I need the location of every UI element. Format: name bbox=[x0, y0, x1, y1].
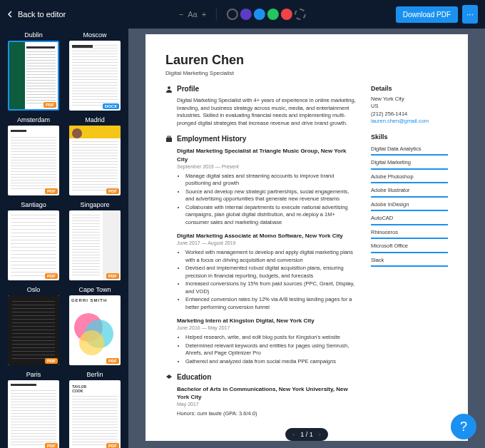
job-date: June 2016 — May 2017 bbox=[177, 325, 358, 332]
job-date: June 2017 — August 2019 bbox=[177, 240, 358, 247]
job-entry: Digital Marketing Associate at Momo Soft… bbox=[165, 232, 358, 311]
profile-icon bbox=[165, 86, 173, 93]
resume-page: Lauren Chen Digital Marketing Specialist… bbox=[146, 34, 468, 441]
job-bullet: Determined relevant keywords and entitie… bbox=[185, 342, 358, 357]
template-item[interactable]: SingaporePDF bbox=[67, 201, 123, 280]
template-badge: PDF bbox=[45, 273, 58, 279]
education-honors: Honors: cum laude (GPA: 3.6/4.0) bbox=[177, 410, 358, 418]
skill-item: Slack bbox=[371, 255, 448, 268]
template-label: Santiago bbox=[21, 201, 46, 208]
template-label: Moscow bbox=[83, 31, 106, 39]
color-swatch-none[interactable] bbox=[227, 9, 238, 20]
template-sidebar[interactable]: DublinPDFMoscowDOCXAmsterdamPDFMadridPDF… bbox=[0, 29, 128, 448]
template-thumb[interactable]: PDF bbox=[8, 380, 59, 448]
skill-item: Digital Marketing bbox=[371, 158, 448, 170]
job-date: September 2019 — Present bbox=[177, 163, 358, 170]
svg-point-0 bbox=[168, 86, 170, 89]
color-swatches bbox=[227, 9, 306, 20]
template-label: Dublin bbox=[24, 31, 43, 39]
top-center-controls: − Aa + bbox=[179, 8, 306, 21]
details-email: lauren.chen@gmail.com bbox=[371, 118, 448, 126]
template-label: Oslo bbox=[27, 286, 41, 293]
job-bullet: Devised and implemented robust digital a… bbox=[185, 265, 358, 280]
template-thumb[interactable]: TAYLORCOOKPDF bbox=[69, 380, 121, 448]
color-swatch[interactable] bbox=[240, 9, 252, 20]
template-thumb[interactable]: GERRI SMITHPDF bbox=[69, 295, 121, 365]
template-item[interactable]: ParisPDF bbox=[6, 371, 61, 448]
template-badge: PDF bbox=[45, 443, 58, 448]
template-label: Madrid bbox=[85, 116, 105, 123]
job-bullet: Collaborate with internal departments to… bbox=[185, 204, 358, 227]
font-increase-button[interactable]: + bbox=[202, 10, 206, 19]
topbar: Back to editor − Aa + Download PDF ··· bbox=[0, 0, 485, 29]
template-label: Paris bbox=[26, 371, 41, 378]
resume-name: Lauren Chen bbox=[165, 51, 448, 69]
profile-heading: Profile bbox=[165, 84, 358, 94]
profile-text: Digital Marketing Specialist with 4+ yea… bbox=[165, 97, 358, 127]
job-bullet: Manage digital sales and streaming accou… bbox=[185, 173, 358, 188]
color-swatch[interactable] bbox=[281, 9, 292, 20]
font-size-label: Aa bbox=[188, 10, 197, 19]
job-entry: Marketing Intern at Kingston Digital, Ne… bbox=[165, 317, 358, 365]
color-swatch-custom[interactable] bbox=[295, 9, 306, 20]
canvas: Lauren Chen Digital Marketing Specialist… bbox=[128, 29, 485, 448]
education-heading: Education bbox=[165, 372, 358, 382]
template-thumb[interactable]: PDF bbox=[8, 210, 59, 280]
template-badge: PDF bbox=[45, 358, 58, 364]
template-badge: PDF bbox=[106, 273, 119, 279]
template-thumb[interactable]: PDF bbox=[69, 126, 121, 195]
pager-label: 1 / 1 bbox=[300, 431, 313, 438]
skill-item: Adobe InDesign bbox=[371, 200, 448, 212]
template-thumb[interactable]: DOCX bbox=[69, 41, 121, 111]
template-item[interactable]: AmsterdamPDF bbox=[6, 116, 61, 195]
pager: ‹ 1 / 1 › bbox=[285, 428, 328, 441]
more-button[interactable]: ··· bbox=[462, 5, 478, 24]
template-item[interactable]: SantiagoPDF bbox=[6, 201, 61, 280]
template-badge: PDF bbox=[45, 188, 58, 194]
skill-item: Adobe Photoshop bbox=[371, 172, 448, 184]
template-badge: PDF bbox=[106, 358, 119, 364]
template-item[interactable]: MadridPDF bbox=[67, 116, 123, 195]
svg-rect-2 bbox=[168, 136, 170, 138]
template-item[interactable]: OsloPDF bbox=[6, 286, 61, 365]
pager-next-button[interactable]: › bbox=[319, 431, 321, 438]
main: DublinPDFMoscowDOCXAmsterdamPDFMadridPDF… bbox=[0, 29, 485, 448]
help-button[interactable]: ? bbox=[451, 414, 476, 439]
education-date: May 2017 bbox=[177, 401, 358, 408]
details-phone: (212) 256-1414 bbox=[371, 111, 448, 118]
template-item[interactable]: Cape TownGERRI SMITHPDF bbox=[67, 286, 123, 365]
template-thumb[interactable]: PDF bbox=[69, 210, 121, 280]
template-label: Cape Town bbox=[79, 286, 111, 293]
template-badge: PDF bbox=[44, 102, 56, 108]
job-bullet: Gathered and analyzed data from social m… bbox=[185, 358, 358, 366]
font-size-controls: − Aa + bbox=[179, 10, 206, 19]
details-city: New York City bbox=[371, 96, 448, 103]
job-title: Digital Marketing Associate at Momo Soft… bbox=[177, 232, 358, 240]
job-bullet: Worked with management to develop and ap… bbox=[185, 249, 358, 264]
template-item[interactable]: MoscowDOCX bbox=[67, 31, 123, 111]
color-swatch[interactable] bbox=[254, 9, 265, 20]
job-entry: Digital Marketing Specialist at Triangle… bbox=[165, 147, 358, 226]
divider bbox=[216, 8, 217, 21]
skills-heading: Skills bbox=[371, 133, 448, 142]
pager-prev-button[interactable]: ‹ bbox=[292, 431, 295, 438]
back-label: Back to editor bbox=[18, 10, 66, 19]
job-bullet: Source and develop new strategic partner… bbox=[185, 188, 358, 203]
template-thumb[interactable]: PDF bbox=[8, 295, 59, 365]
color-swatch[interactable] bbox=[267, 9, 279, 20]
skill-item: Rhinoceros bbox=[371, 228, 448, 240]
template-item[interactable]: DublinPDF bbox=[6, 31, 61, 111]
download-pdf-button[interactable]: Download PDF bbox=[396, 6, 458, 23]
education-icon bbox=[165, 374, 173, 381]
template-item[interactable]: BerlinTAYLORCOOKPDF bbox=[67, 371, 123, 448]
education-title: Bachelor of Arts in Communications, New … bbox=[177, 385, 358, 401]
back-button[interactable]: Back to editor bbox=[7, 10, 66, 19]
font-decrease-button[interactable]: − bbox=[179, 10, 183, 19]
job-bullet: Helped research, write, and edit blog po… bbox=[185, 334, 358, 342]
template-thumb[interactable]: PDF bbox=[8, 41, 59, 111]
briefcase-icon bbox=[165, 136, 173, 143]
template-thumb[interactable]: PDF bbox=[8, 126, 59, 195]
job-title: Digital Marketing Specialist at Triangle… bbox=[177, 147, 358, 163]
template-label: Singapore bbox=[80, 201, 109, 208]
resume-title: Digital Marketing Specialist bbox=[165, 69, 448, 77]
